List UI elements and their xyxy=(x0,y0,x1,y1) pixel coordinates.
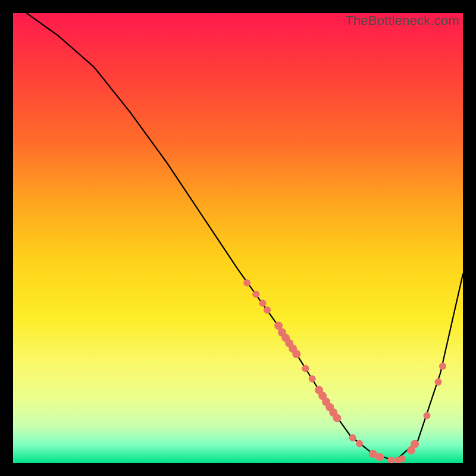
curve-marker xyxy=(411,440,419,448)
plot-svg xyxy=(13,13,463,463)
curve-marker xyxy=(356,440,363,447)
curve-marker xyxy=(259,300,267,307)
curve-marker xyxy=(264,306,271,314)
bottleneck-curve xyxy=(27,13,463,461)
curve-marker xyxy=(387,456,394,463)
curve-marker xyxy=(434,378,441,386)
curve-marker xyxy=(439,362,446,369)
curve-marker xyxy=(424,412,431,419)
curve-marker xyxy=(375,453,384,461)
curve-markers xyxy=(243,280,446,463)
curve-marker xyxy=(292,350,300,358)
curve-marker xyxy=(302,365,309,372)
curve-marker xyxy=(399,455,406,462)
plot-area: TheBottleneck.com xyxy=(13,13,463,463)
curve-marker xyxy=(252,291,259,298)
curve-marker xyxy=(309,375,316,383)
curve-marker xyxy=(243,280,250,287)
curve-marker xyxy=(333,414,341,422)
curve-marker xyxy=(349,434,356,441)
chart-frame: TheBottleneck.com xyxy=(0,0,476,476)
